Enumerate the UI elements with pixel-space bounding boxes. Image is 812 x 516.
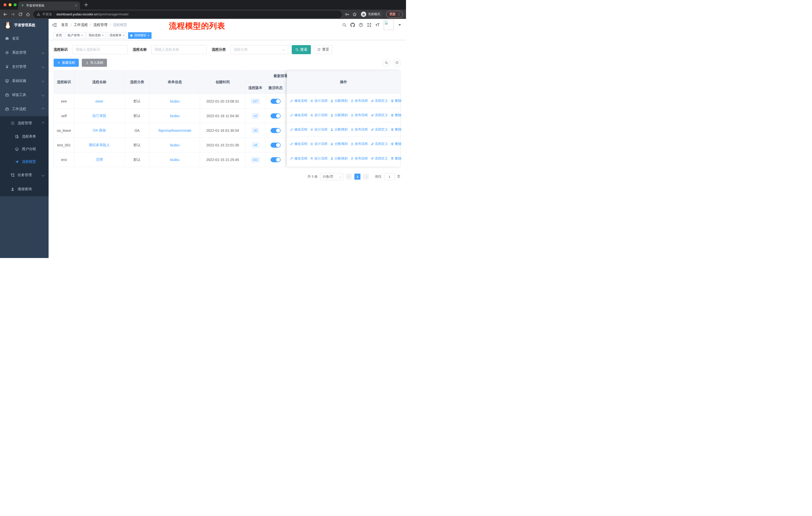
row-action-link[interactable]: 删除 xyxy=(390,142,402,146)
form-info-link[interactable]: biubiu xyxy=(170,143,179,147)
sidebar-item-system[interactable]: 系统管理 xyxy=(0,46,49,60)
close-window-button[interactable] xyxy=(3,3,6,6)
import-process-button[interactable]: 导入流程 xyxy=(82,59,107,67)
process-name-link[interactable]: eeee xyxy=(95,99,103,103)
row-action-link[interactable]: 发布流程 xyxy=(350,99,368,103)
avatar[interactable] xyxy=(384,20,394,30)
breadcrumb-process-management[interactable]: 流程管理 xyxy=(93,23,108,27)
row-action-link[interactable]: 修改流程 xyxy=(290,156,307,161)
row-action-link[interactable]: 设计流程 xyxy=(310,156,327,161)
row-action-link[interactable]: 分配规则 xyxy=(330,127,348,132)
browser-menu-dots-icon[interactable] xyxy=(397,12,401,16)
row-action-link[interactable]: 流程定义 xyxy=(371,99,388,103)
tag-close-icon[interactable]: × xyxy=(81,34,83,37)
row-action-link[interactable]: 删除 xyxy=(390,99,402,103)
current-page-button[interactable]: 1 xyxy=(354,173,360,180)
tag-close-icon[interactable]: × xyxy=(123,34,124,37)
sidebar-item-process-model[interactable]: 流程模型 xyxy=(0,156,49,168)
sidebar-item-user-group[interactable]: 用户分组 xyxy=(0,143,49,156)
breadcrumb-workflow[interactable]: 工作流程 xyxy=(74,23,88,27)
active-toggle[interactable] xyxy=(270,113,281,118)
star-icon[interactable] xyxy=(352,12,357,17)
row-action-link[interactable]: 分配规则 xyxy=(330,113,348,117)
form-info-link[interactable]: /bpm/oa/leave/create xyxy=(158,129,191,133)
search-button[interactable]: 搜索 xyxy=(292,45,311,54)
tag-tenant[interactable]: 租户管理× xyxy=(65,32,85,39)
row-action-link[interactable]: 分配规则 xyxy=(330,156,348,161)
sidebar-item-task-management[interactable]: 任务管理 xyxy=(0,168,49,182)
tag-my-process[interactable]: 我的流程× xyxy=(86,32,106,39)
create-process-button[interactable]: 新建流程 xyxy=(54,59,79,67)
update-browser-button[interactable]: 更新 xyxy=(386,11,403,18)
row-action-link[interactable]: 修改流程 xyxy=(290,142,307,146)
reload-icon[interactable] xyxy=(18,12,23,17)
sidebar-item-home[interactable]: 首页 xyxy=(0,31,49,46)
row-action-link[interactable]: 设计流程 xyxy=(310,127,327,132)
row-action-link[interactable]: 修改流程 xyxy=(290,127,307,132)
form-info-link[interactable]: biubiu xyxy=(170,114,179,118)
reset-button[interactable]: 重置 xyxy=(314,45,332,54)
github-icon[interactable] xyxy=(350,23,355,27)
sidebar-item-process-management[interactable]: 流程管理 xyxy=(0,116,49,130)
active-toggle[interactable] xyxy=(270,157,281,162)
minimize-window-button[interactable] xyxy=(8,3,11,6)
form-info-link[interactable]: biubiu xyxy=(170,158,179,162)
row-action-link[interactable]: 流程定义 xyxy=(371,142,388,146)
process-id-input[interactable]: 请输入流程标识 xyxy=(72,45,127,54)
row-action-link[interactable]: 发布流程 xyxy=(350,156,368,161)
fullscreen-icon[interactable] xyxy=(367,23,372,27)
tag-close-icon[interactable]: × xyxy=(147,34,149,37)
active-toggle[interactable] xyxy=(270,128,281,133)
process-name-link[interactable]: OA 请假 xyxy=(93,128,106,133)
row-action-link[interactable]: 流程定义 xyxy=(371,156,388,161)
back-icon[interactable] xyxy=(3,12,7,17)
sidebar-item-devtools[interactable]: 研发工具 xyxy=(0,88,49,102)
sidebar-item-workflow[interactable]: 工作流程 xyxy=(0,102,49,116)
sidebar-item-payment[interactable]: 支付管理 xyxy=(0,60,49,74)
process-name-link[interactable]: 自己审批 xyxy=(92,114,107,118)
process-name-link[interactable]: 滔博 xyxy=(96,158,103,162)
row-action-link[interactable]: 流程定义 xyxy=(371,113,388,117)
row-action-link[interactable]: 删除 xyxy=(390,113,402,117)
next-page-button[interactable] xyxy=(363,173,369,180)
row-action-link[interactable]: 发布流程 xyxy=(350,113,368,117)
form-info-link[interactable]: biubiu xyxy=(170,99,179,103)
sidebar-item-leave-query[interactable]: 请假查询 xyxy=(0,182,49,196)
tab-close-icon[interactable] xyxy=(75,4,78,7)
browser-tab[interactable]: 芋道管理系统 xyxy=(18,1,80,9)
caret-down-icon[interactable] xyxy=(398,23,402,27)
row-action-link[interactable]: 分配规则 xyxy=(330,99,348,103)
tag-home[interactable]: 首页 xyxy=(54,32,64,39)
row-action-link[interactable]: 删除 xyxy=(390,127,402,132)
search-icon[interactable] xyxy=(342,23,347,27)
process-name-link[interactable]: 测试多审批人 xyxy=(89,143,110,147)
maximize-window-button[interactable] xyxy=(13,3,17,6)
key-icon[interactable] xyxy=(345,12,349,17)
prev-page-button[interactable] xyxy=(346,173,352,180)
row-action-link[interactable]: 流程定义 xyxy=(371,127,388,132)
sidebar-item-process-form[interactable]: 流程表单 xyxy=(0,130,49,143)
row-action-link[interactable]: 删除 xyxy=(390,156,402,161)
active-toggle[interactable] xyxy=(270,99,281,104)
process-name-input[interactable]: 请输入流程名称 xyxy=(151,45,207,54)
tag-close-icon[interactable]: × xyxy=(102,34,104,37)
refresh-table-button[interactable] xyxy=(393,59,401,67)
tag-process-form[interactable]: 流程表单× xyxy=(107,32,127,39)
goto-page-input[interactable]: 1 xyxy=(384,173,395,180)
address-bar[interactable]: 不安全 dashboard.yudao.iocoder.cn/bpm/manag… xyxy=(33,10,342,18)
toggle-search-button[interactable] xyxy=(382,59,390,67)
row-action-link[interactable]: 修改流程 xyxy=(290,99,307,103)
row-action-link[interactable]: 分配规则 xyxy=(330,142,348,146)
forward-icon[interactable] xyxy=(10,12,15,17)
active-toggle[interactable] xyxy=(270,143,281,147)
page-size-select[interactable]: 10条/页 xyxy=(320,173,343,180)
text-size-icon[interactable] xyxy=(375,23,380,27)
row-action-link[interactable]: 修改流程 xyxy=(290,113,307,117)
sidebar-item-infrastructure[interactable]: 基础设施 xyxy=(0,74,49,88)
process-category-select[interactable]: 流程分类 xyxy=(230,45,288,54)
new-tab-button[interactable] xyxy=(84,2,89,7)
tag-process-model-active[interactable]: 流程模型× xyxy=(128,32,151,39)
hamburger-icon[interactable] xyxy=(52,22,57,27)
row-action-link[interactable]: 设计流程 xyxy=(310,99,327,103)
sidebar-logo[interactable]: 芋道管理系统 xyxy=(0,19,49,31)
